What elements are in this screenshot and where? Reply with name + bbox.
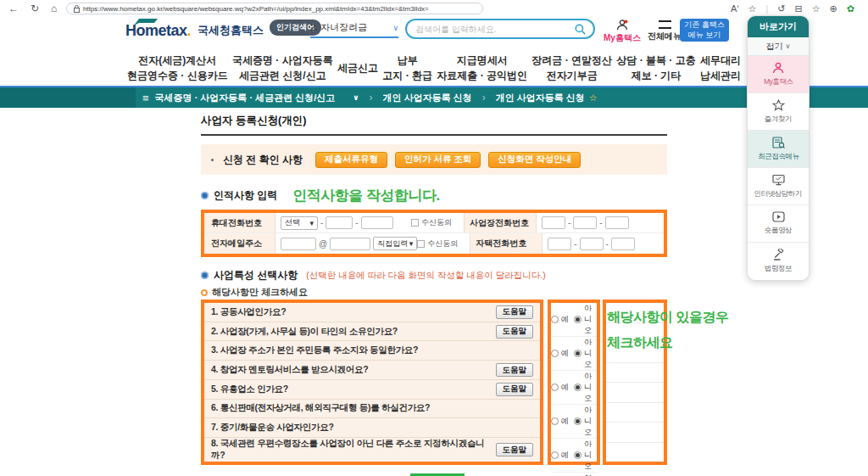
nav-item-tax-return[interactable]: 세금신고	[337, 60, 378, 76]
help-button[interactable]: 도움말	[496, 443, 534, 456]
address-bar[interactable]: https://www.hometax.go.kr/websquare/webs…	[66, 3, 483, 14]
back-icon[interactable]: ←	[8, 3, 19, 14]
recent-menu-icon	[772, 137, 785, 148]
main-content: 사업자 등록신청(개인) 신청 전 확인 사항 제출서류유형 인허가 서류 조회…	[201, 114, 667, 476]
radio-yes[interactable]	[551, 417, 559, 425]
radio-row-3: 예아니오	[551, 371, 597, 405]
url-text: https://www.hometax.go.kr/websquare/webs…	[83, 5, 429, 13]
radio-no[interactable]	[574, 350, 581, 357]
home-phone-3-input[interactable]	[611, 238, 635, 250]
nav-item-certificates[interactable]: 국세증명 · 사업자등록세금관련 신청/신고	[232, 53, 333, 83]
email-id-input[interactable]	[281, 238, 316, 250]
home-phone-1-input[interactable]	[548, 238, 571, 250]
document-type-button[interactable]: 제출서류유형	[315, 152, 387, 168]
radio-no[interactable]	[574, 316, 581, 323]
sidebar-item-short-videos[interactable]: 숏폼영상	[748, 205, 809, 243]
radio-yes[interactable]	[551, 316, 559, 323]
nav-item-statements[interactable]: 지급명세서자료제출 · 공익법인	[437, 53, 527, 83]
breadcrumb-menu-dropdown[interactable]: ≡ 국세증명 · 사업자등록 · 세금관련 신청/신고 ∨	[142, 92, 359, 104]
bookmark-star-icon[interactable]: ☆	[589, 92, 598, 104]
quick-links-panel: 바로가기 접기 ∨ My홈택스 즐겨찾기 최근접속메뉴 인터넷상담하기 숏폼영상…	[747, 15, 810, 281]
help-button[interactable]: 도움말	[496, 325, 534, 339]
business-traits-section-header: 사업특성 선택사항 (선택한 내용에 따라 다음 화면의 작성할 내용이 달라집…	[201, 268, 667, 283]
nav-item-consultation[interactable]: 상담 · 불복 · 고충제보 · 기타	[616, 53, 695, 83]
mobile-last-input[interactable]	[361, 216, 393, 229]
nav-item-incentives[interactable]: 장려금 · 연말정산전자기부금	[531, 53, 612, 83]
nav-item-payment[interactable]: 납부고지 · 환급	[382, 53, 432, 83]
help-button[interactable]: 도움말	[496, 305, 534, 319]
popular-term-dropdown[interactable]: 2. 자녀장려금 ∨	[310, 19, 398, 38]
favorites-bar-icon[interactable]: ☆	[812, 3, 821, 14]
hint-text: 해당사항만 체크하세요	[212, 286, 308, 299]
question-text: 6. 통신판매(전자상거래, 해외직구대행 등)를 하실건가요?	[211, 402, 430, 414]
sidebar-item-internet-consult[interactable]: 인터넷상담하기	[748, 168, 809, 205]
radio-yes[interactable]	[551, 384, 559, 391]
email-domain-select[interactable]: 직접입력▾	[373, 237, 417, 250]
play-video-icon	[772, 211, 785, 222]
email-domain-input[interactable]	[330, 238, 370, 250]
sidebar-item-my-hometax[interactable]: My홈택스	[748, 56, 809, 93]
sidebar-item-recent-menus[interactable]: 최근접속메뉴	[748, 131, 809, 168]
nav-item-tax-agent[interactable]: 세무대리납세관리	[700, 53, 741, 83]
radio-no[interactable]	[574, 384, 581, 391]
search-box	[405, 19, 595, 39]
radio-no[interactable]	[574, 451, 581, 459]
license-lookup-button[interactable]: 인허가 서류 조회	[395, 152, 481, 168]
all-menu-button[interactable]: 전체메뉴	[648, 20, 682, 42]
annotation-personal-info: 인적사항을 작성합니다.	[292, 186, 439, 205]
search-icon[interactable]	[574, 23, 587, 36]
radio-yes[interactable]	[551, 350, 559, 357]
search-input[interactable]	[415, 25, 574, 34]
question-text: 5. 유흥업소 인가요?	[211, 384, 288, 395]
pre-check-strip: 신청 전 확인 사항 제출서류유형 인허가 서류 조회 신청화면 작성안내	[201, 144, 667, 175]
home-phone-label: 자택전화번호	[470, 233, 542, 254]
history-icon[interactable]: ↺	[777, 3, 785, 14]
biz-phone-3-input[interactable]	[605, 216, 629, 229]
my-hometax-button[interactable]: My홈택스	[604, 20, 641, 44]
mobile-mid-input[interactable]	[326, 216, 353, 229]
text-size-icon[interactable]: Aʹ	[731, 3, 738, 14]
hometax-logo[interactable]: Hometax. 국세청홈택스	[125, 22, 264, 40]
radio-yes[interactable]	[551, 451, 559, 459]
mobile-prefix-select[interactable]: 선택▾	[281, 216, 318, 230]
mobile-consent-checkbox[interactable]	[411, 219, 419, 227]
section-title: 사업특성 선택사항	[214, 268, 298, 283]
biz-phone-2-input[interactable]	[573, 216, 597, 229]
form-row-email: 전자메일주소 @ 직접입력▾ 수신동의 자택전화번호 - -	[204, 233, 664, 254]
chevron-down-icon: ∨	[392, 24, 398, 32]
divider: |	[765, 3, 768, 14]
breadcrumb-separator: ›	[370, 92, 373, 104]
collapse-button[interactable]: 접기 ∨	[748, 37, 809, 56]
question-text: 1. 공동사업인가요?	[211, 306, 286, 318]
legacy-hometax-button[interactable]: 기존 홈택스메뉴 보기	[680, 19, 729, 42]
help-button[interactable]: 도움말	[496, 363, 534, 377]
sidebar-item-favorites[interactable]: 즐겨찾기	[748, 93, 809, 131]
breadcrumb-item-1[interactable]: 개인 사업자등록 신청	[383, 92, 472, 104]
radio-no[interactable]	[574, 417, 581, 425]
chevron-down-icon: ▾	[309, 219, 314, 227]
quick-links-title[interactable]: 바로가기	[748, 16, 809, 37]
help-button[interactable]: 도움말	[496, 383, 534, 396]
home-phone-2-input[interactable]	[580, 238, 604, 250]
question-row-2: 2. 사업장(가게, 사무실 등)이 타인의 소유인가요? 도움말	[204, 322, 540, 342]
home-icon[interactable]: ⌂	[51, 3, 57, 14]
menu-icon: ≡	[142, 92, 149, 104]
question-text: 4. 창업자 멘토링서비스를 받으시겠어요?	[211, 364, 368, 376]
hint-line: 해당사항만 체크하세요	[201, 288, 667, 297]
email-consent-checkbox[interactable]	[417, 240, 425, 248]
site-header: Hometax. 국세청홈택스 인기검색어 2. 자녀장려금 ∨ My홈택스 전…	[0, 17, 868, 49]
question-row-5: 5. 유흥업소 인가요? 도움말	[204, 380, 540, 400]
sidebar-item-law-info[interactable]: 법령정보	[748, 243, 809, 280]
favorite-icon[interactable]: ☆	[748, 3, 757, 14]
biz-phone-1-input[interactable]	[542, 216, 565, 229]
split-screen-icon[interactable]: ⊟	[794, 3, 802, 14]
main-nav: 전자(세금)계산서현금영수증 · 신용카드 국세증명 · 사업자등록세금관련 신…	[127, 49, 741, 86]
nav-item-etax-invoice[interactable]: 전자(세금)계산서현금영수증 · 신용카드	[127, 53, 228, 83]
section-note: (선택한 내용에 따라 다음 화면의 작성할 내용이 달라집니다.)	[306, 270, 545, 282]
add-icon[interactable]: ⊕	[830, 3, 837, 14]
question-row-7: 7. 중기/화물운송 사업자인가요?	[204, 418, 540, 438]
form-guide-button[interactable]: 신청화면 작성안내	[488, 152, 581, 168]
refresh-icon[interactable]: ↻	[31, 3, 39, 14]
breadcrumb-item-2[interactable]: 개인 사업자등록 신청	[496, 92, 585, 104]
extension-icon[interactable]: ✿	[847, 3, 854, 14]
